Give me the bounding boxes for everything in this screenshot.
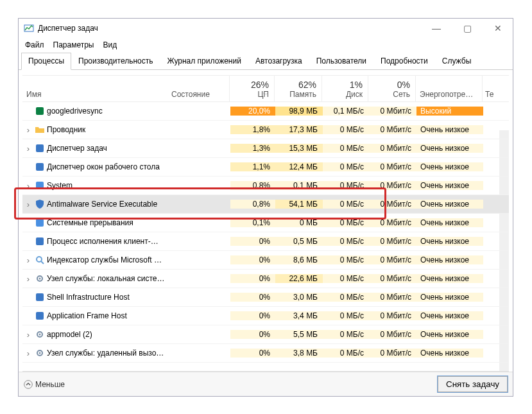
process-row[interactable]: Узел службы: удаленный вызо…0%3,8 МБ0 МБ…	[22, 344, 509, 363]
cell-mem: 98,9 МБ	[275, 107, 323, 116]
cell-cpu: 0,1%	[230, 218, 275, 227]
process-row[interactable]: Shell Infrastructure Host0%3,0 МБ0 МБ/с0…	[22, 288, 509, 307]
content-area: Имя Состояние ﹀ 26% ЦП 62% Память 1% Дис…	[19, 70, 513, 372]
process-row[interactable]: Системные прерывания0,1%0 МБ0 МБ/с0 Мбит…	[22, 214, 509, 232]
process-row[interactable]: Узел службы: локальная систе…0%22,6 МБ0 …	[22, 270, 509, 288]
header-network[interactable]: 0% Сеть	[368, 76, 415, 101]
process-icon	[34, 255, 46, 265]
menu-view[interactable]: Вид	[103, 40, 117, 49]
menubar: Файл Параметры Вид	[19, 38, 513, 52]
process-name: Процесс исполнения клиент-…	[46, 237, 171, 246]
cell-net: 0 Мбит/с	[369, 274, 416, 283]
process-row[interactable]: googledrivesync20,0%98,9 МБ0,1 МБ/с0 Мби…	[22, 102, 509, 121]
svg-line-8	[41, 261, 44, 264]
cell-net: 0 Мбит/с	[369, 237, 416, 246]
end-task-button[interactable]: Снять задачу	[438, 376, 508, 392]
cell-cpu: 0%	[230, 237, 275, 246]
process-icon	[34, 329, 46, 340]
header-name[interactable]: Имя	[26, 90, 170, 99]
svg-point-7	[37, 257, 42, 262]
process-icon	[34, 292, 46, 302]
header-disk[interactable]: 1% Диск	[322, 76, 368, 101]
process-icon	[34, 273, 46, 284]
cell-disk: 0 МБ/с	[323, 218, 369, 227]
expand-toggle[interactable]	[22, 181, 34, 191]
cell-disk: 0 МБ/с	[323, 255, 369, 264]
tab-processes[interactable]: Процессы	[21, 53, 71, 70]
svg-rect-1	[36, 107, 44, 115]
expand-toggle[interactable]	[22, 125, 34, 135]
process-row[interactable]: Процесс исполнения клиент-…0%0,5 МБ0 МБ/…	[22, 232, 509, 251]
header-cpu[interactable]: ﹀ 26% ЦП	[229, 76, 274, 101]
footer: Меньше Снять задачу	[19, 372, 513, 396]
expand-toggle[interactable]	[22, 200, 34, 209]
close-button[interactable]: ✕	[488, 23, 508, 33]
svg-rect-2	[36, 144, 44, 152]
expand-toggle[interactable]	[22, 330, 34, 340]
expand-toggle[interactable]	[22, 144, 34, 153]
process-name: Диспетчер окон рабочего стола	[46, 162, 171, 171]
cell-disk: 0,1 МБ/с	[323, 107, 369, 116]
expand-toggle[interactable]	[22, 274, 34, 284]
cell-cpu: 1,1%	[230, 162, 275, 171]
process-icon	[34, 125, 46, 135]
process-row[interactable]: Application Frame Host0%3,4 МБ0 МБ/с0 Мб…	[22, 307, 509, 325]
process-icon	[34, 348, 46, 358]
svg-rect-6	[36, 237, 44, 245]
tab-startup[interactable]: Автозагрузка	[248, 53, 309, 70]
process-row[interactable]: Проводник1,8%17,3 МБ0 МБ/с0 Мбит/сОчень …	[22, 121, 509, 139]
cell-mem: 22,6 МБ	[275, 274, 323, 283]
cell-mem: 3,0 МБ	[275, 293, 323, 302]
tab-performance[interactable]: Производительность	[71, 53, 160, 70]
process-icon	[34, 199, 46, 209]
process-list[interactable]: googledrivesync20,0%98,9 МБ0,1 МБ/с0 Мби…	[22, 102, 509, 372]
cell-net: 0 Мбит/с	[369, 181, 416, 190]
menu-options[interactable]: Параметры	[53, 40, 94, 49]
process-row[interactable]: System0,8%0,1 МБ0 МБ/с0 Мбит/сОчень низк…	[22, 177, 509, 195]
cell-disk: 0 МБ/с	[323, 181, 369, 190]
folder-icon	[35, 125, 45, 135]
process-icon	[34, 236, 46, 246]
sys-icon	[35, 218, 45, 228]
cell-net: 0 Мбит/с	[369, 293, 416, 302]
cell-cpu: 0%	[230, 274, 275, 283]
cell-cpu: 0%	[230, 255, 275, 264]
cell-cpu: 0,8%	[230, 200, 275, 209]
process-row[interactable]: Antimalware Service Executable0,8%54,1 М…	[22, 195, 509, 214]
tab-services[interactable]: Службы	[435, 53, 478, 70]
cell-power: Очень низкое	[416, 237, 483, 246]
process-name: Application Frame Host	[46, 311, 171, 320]
header-memory[interactable]: 62% Память	[274, 76, 322, 101]
cell-power: Очень низкое	[416, 181, 483, 190]
tab-users[interactable]: Пользователи	[309, 53, 373, 70]
maximize-button[interactable]: ▢	[458, 23, 477, 33]
header-trend[interactable]: Те	[482, 76, 509, 101]
cell-power: Очень низкое	[416, 125, 483, 134]
expand-toggle[interactable]	[22, 349, 34, 358]
cell-power: Очень низкое	[416, 144, 483, 153]
expand-toggle[interactable]	[22, 255, 34, 265]
menu-file[interactable]: Файл	[25, 40, 44, 49]
header-state[interactable]: Состояние	[171, 90, 229, 99]
cell-power: Очень низкое	[416, 274, 483, 283]
cell-disk: 0 МБ/с	[323, 125, 369, 134]
tab-details[interactable]: Подробности	[373, 53, 435, 70]
process-name: Диспетчер задач	[46, 144, 171, 153]
titlebar[interactable]: Диспетчер задач — ▢ ✕	[19, 19, 513, 38]
shield-icon	[35, 199, 45, 209]
svg-rect-12	[36, 312, 44, 320]
cell-mem: 8,6 МБ	[275, 255, 323, 264]
process-row[interactable]: appmodel (2)0%5,5 МБ0 МБ/с0 Мбит/сОчень …	[22, 325, 509, 344]
app-icon	[35, 311, 45, 321]
tab-apphistory[interactable]: Журнал приложений	[160, 53, 248, 70]
search-icon	[35, 255, 45, 265]
process-row[interactable]: Индексатор службы Microsoft …0%8,6 МБ0 М…	[22, 251, 509, 270]
fewer-details-button[interactable]: Меньше	[24, 380, 65, 389]
cell-cpu: 20,0%	[230, 107, 275, 116]
process-row[interactable]: Диспетчер окон рабочего стола1,1%12,4 МБ…	[22, 158, 509, 177]
cell-power: Очень низкое	[416, 311, 483, 320]
app-icon	[24, 23, 34, 33]
header-power[interactable]: Энергопотре…	[415, 76, 482, 101]
minimize-button[interactable]: —	[427, 23, 446, 33]
process-row[interactable]: Диспетчер задач1,3%15,3 МБ0 МБ/с0 Мбит/с…	[22, 139, 509, 158]
